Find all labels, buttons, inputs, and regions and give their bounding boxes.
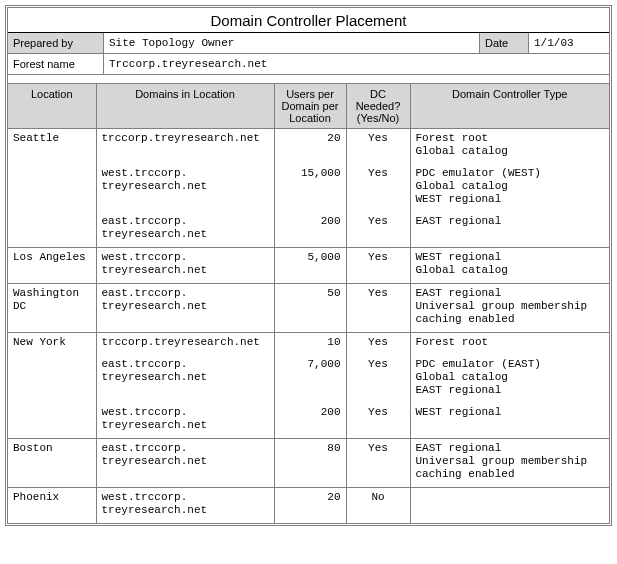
cell-needed: Yes bbox=[346, 164, 410, 212]
cell-domain: trccorp.treyresearch.net bbox=[96, 333, 274, 356]
cell-domain: west.trccorp. treyresearch.net bbox=[96, 488, 274, 524]
document-frame: Domain Controller Placement Prepared by … bbox=[5, 5, 612, 526]
cell-dctype: EAST regionalUniversal group membership … bbox=[410, 284, 609, 333]
cell-location bbox=[8, 403, 96, 439]
cell-domain: west.trccorp. treyresearch.net bbox=[96, 248, 274, 284]
cell-users: 7,000 bbox=[274, 355, 346, 403]
table-row: Bostoneast.trccorp. treyresearch.net80Ye… bbox=[8, 439, 609, 488]
prepared-by-value: Site Topology Owner bbox=[104, 33, 480, 54]
cell-dctype: PDC emulator (EAST)Global catalogEAST re… bbox=[410, 355, 609, 403]
date-label: Date bbox=[480, 33, 529, 54]
meta-table: Prepared by Site Topology Owner Date 1/1… bbox=[8, 33, 609, 75]
cell-needed: Yes bbox=[346, 284, 410, 333]
cell-location: Washington DC bbox=[8, 284, 96, 333]
cell-needed: Yes bbox=[346, 439, 410, 488]
col-needed: DC Needed? (Yes/No) bbox=[346, 84, 410, 129]
prepared-by-label: Prepared by bbox=[8, 33, 104, 54]
dctype-line: EAST regional bbox=[416, 215, 605, 228]
dctype-line: Global catalog bbox=[416, 145, 605, 158]
cell-location bbox=[8, 212, 96, 248]
dctype-line: Forest root bbox=[416, 132, 605, 145]
table-header-row: Location Domains in Location Users per D… bbox=[8, 84, 609, 129]
dctype-line: Global catalog bbox=[416, 180, 605, 193]
dctype-line: Forest root bbox=[416, 336, 605, 349]
cell-users: 200 bbox=[274, 403, 346, 439]
table-row: west.trccorp. treyresearch.net15,000YesP… bbox=[8, 164, 609, 212]
dctype-line: WEST regional bbox=[416, 406, 605, 419]
cell-users: 80 bbox=[274, 439, 346, 488]
table-row: Los Angeleswest.trccorp. treyresearch.ne… bbox=[8, 248, 609, 284]
cell-location: Boston bbox=[8, 439, 96, 488]
dctype-line: EAST regional bbox=[416, 287, 605, 300]
cell-needed: No bbox=[346, 488, 410, 524]
cell-dctype: Forest rootGlobal catalog bbox=[410, 129, 609, 165]
cell-dctype: WEST regionalGlobal catalog bbox=[410, 248, 609, 284]
forest-label: Forest name bbox=[8, 54, 104, 75]
col-domains: Domains in Location bbox=[96, 84, 274, 129]
cell-users: 10 bbox=[274, 333, 346, 356]
page-title: Domain Controller Placement bbox=[8, 8, 609, 33]
cell-needed: Yes bbox=[346, 333, 410, 356]
cell-location: Seattle bbox=[8, 129, 96, 165]
cell-domain: east.trccorp. treyresearch.net bbox=[96, 439, 274, 488]
cell-domain: east.trccorp. treyresearch.net bbox=[96, 212, 274, 248]
cell-dctype: WEST regional bbox=[410, 403, 609, 439]
dctype-line: Universal group membership caching enabl… bbox=[416, 300, 605, 326]
cell-needed: Yes bbox=[346, 212, 410, 248]
cell-domain: east.trccorp. treyresearch.net bbox=[96, 284, 274, 333]
dctype-line: WEST regional bbox=[416, 251, 605, 264]
table-row: east.trccorp. treyresearch.net200YesEAST… bbox=[8, 212, 609, 248]
dctype-line: Universal group membership caching enabl… bbox=[416, 455, 605, 481]
dctype-line: EAST regional bbox=[416, 384, 605, 397]
col-users: Users per Domain per Location bbox=[274, 84, 346, 129]
cell-domain: trccorp.treyresearch.net bbox=[96, 129, 274, 165]
col-dctype: Domain Controller Type bbox=[410, 84, 609, 129]
cell-domain: west.trccorp. treyresearch.net bbox=[96, 403, 274, 439]
cell-needed: Yes bbox=[346, 355, 410, 403]
cell-needed: Yes bbox=[346, 248, 410, 284]
dctype-line: PDC emulator (EAST) bbox=[416, 358, 605, 371]
col-location: Location bbox=[8, 84, 96, 129]
cell-dctype: EAST regionalUniversal group membership … bbox=[410, 439, 609, 488]
cell-location: Los Angeles bbox=[8, 248, 96, 284]
dctype-line: WEST regional bbox=[416, 193, 605, 206]
cell-users: 20 bbox=[274, 488, 346, 524]
cell-users: 200 bbox=[274, 212, 346, 248]
cell-users: 15,000 bbox=[274, 164, 346, 212]
cell-dctype: Forest root bbox=[410, 333, 609, 356]
table-row: Washington DCeast.trccorp. treyresearch.… bbox=[8, 284, 609, 333]
cell-users: 20 bbox=[274, 129, 346, 165]
cell-needed: Yes bbox=[346, 403, 410, 439]
cell-dctype bbox=[410, 488, 609, 524]
cell-users: 5,000 bbox=[274, 248, 346, 284]
forest-value: Trccorp.treyresearch.net bbox=[104, 54, 610, 75]
table-row: Phoenixwest.trccorp. treyresearch.net20N… bbox=[8, 488, 609, 524]
cell-location bbox=[8, 164, 96, 212]
dctype-line: PDC emulator (WEST) bbox=[416, 167, 605, 180]
cell-users: 50 bbox=[274, 284, 346, 333]
cell-domain: east.trccorp. treyresearch.net bbox=[96, 355, 274, 403]
cell-dctype: PDC emulator (WEST)Global catalogWEST re… bbox=[410, 164, 609, 212]
dctype-line: Global catalog bbox=[416, 371, 605, 384]
cell-location bbox=[8, 355, 96, 403]
table-row: east.trccorp. treyresearch.net7,000YesPD… bbox=[8, 355, 609, 403]
table-row: Seattletrccorp.treyresearch.net20YesFore… bbox=[8, 129, 609, 165]
cell-location: Phoenix bbox=[8, 488, 96, 524]
dctype-line: EAST regional bbox=[416, 442, 605, 455]
cell-domain: west.trccorp. treyresearch.net bbox=[96, 164, 274, 212]
cell-needed: Yes bbox=[346, 129, 410, 165]
date-value: 1/1/03 bbox=[529, 33, 610, 54]
dctype-line: Global catalog bbox=[416, 264, 605, 277]
cell-location: New York bbox=[8, 333, 96, 356]
table-row: New Yorktrccorp.treyresearch.net10YesFor… bbox=[8, 333, 609, 356]
table-row: west.trccorp. treyresearch.net200YesWEST… bbox=[8, 403, 609, 439]
cell-dctype: EAST regional bbox=[410, 212, 609, 248]
placement-table: Location Domains in Location Users per D… bbox=[8, 83, 609, 523]
